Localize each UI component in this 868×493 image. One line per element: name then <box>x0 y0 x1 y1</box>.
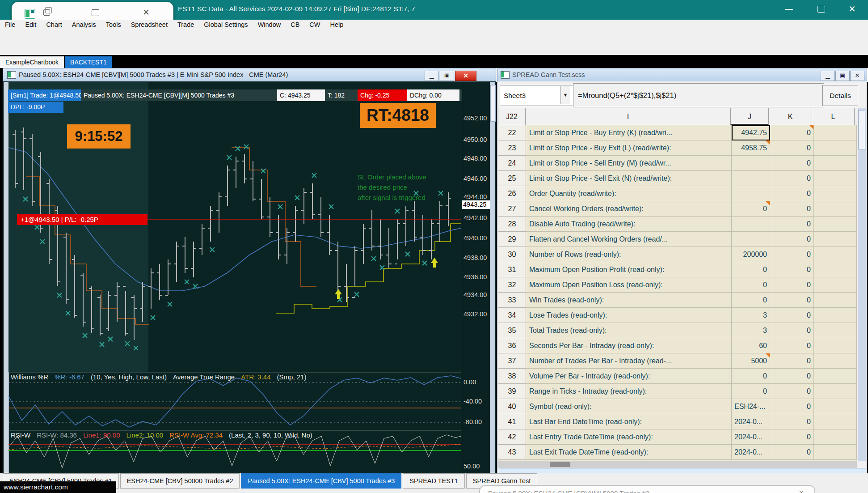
cell-i42[interactable]: Last Entry Trade DateTime (read-only): <box>526 429 732 445</box>
cell-k29[interactable]: 0 <box>770 232 814 247</box>
row-header-37[interactable]: 37 <box>498 353 526 369</box>
cell-k43[interactable]: 0 <box>770 445 814 460</box>
cell-k27[interactable]: 0 <box>770 201 814 217</box>
cell-l37[interactable] <box>814 353 857 369</box>
column-header-k[interactable]: K <box>768 108 812 125</box>
menu-item-cb[interactable]: CB <box>286 20 304 30</box>
chart-restore-icon[interactable]: ▣ <box>440 71 454 81</box>
chevron-down-icon[interactable]: ▼ <box>560 86 570 104</box>
cell-j25[interactable] <box>732 171 770 186</box>
cell-k40[interactable]: 0 <box>770 399 814 414</box>
overlay-maximize-icon[interactable] <box>92 9 99 16</box>
spreadsheet-restore-icon[interactable]: ▣ <box>835 71 850 81</box>
column-header-i[interactable]: I <box>525 108 731 125</box>
toast-close-icon[interactable]: ✕ <box>798 489 804 493</box>
cell-j40[interactable]: ESH24-... <box>732 399 770 414</box>
window-tab-1[interactable]: ESH24-CME [CBV] 50000 Trades #2 <box>120 473 240 489</box>
cell-k33[interactable]: 0 <box>770 293 814 308</box>
column-header-j[interactable]: J <box>730 108 769 125</box>
cell-k22[interactable]: 0 <box>770 125 814 140</box>
cell-k28[interactable]: 0 <box>770 217 814 232</box>
cell-i33[interactable]: Win Trades (read-only): <box>526 293 732 308</box>
column-header-l[interactable]: L <box>812 108 855 125</box>
cell-j38[interactable]: 0 <box>732 369 770 384</box>
row-header-40[interactable]: 40 <box>498 399 526 414</box>
cell-l30[interactable] <box>814 247 857 262</box>
cell-i34[interactable]: Lose Trades (read-only): <box>526 308 732 323</box>
row-header-31[interactable]: 31 <box>498 262 526 277</box>
cell-l29[interactable] <box>814 232 857 247</box>
cell-i41[interactable]: Last Bar End DateTime (read-only): <box>526 414 732 429</box>
cell-j30[interactable]: 200000 <box>732 247 770 262</box>
cell-l31[interactable] <box>814 262 857 277</box>
cell-l40[interactable] <box>814 399 857 414</box>
spreadsheet-vscrollbar[interactable] <box>858 108 866 461</box>
row-header-42[interactable]: 42 <box>498 429 526 445</box>
minimize-icon[interactable] <box>785 9 793 10</box>
window-tab-2[interactable]: Paused 5.00X: ESH24-CME [CBV] 5000 Trade… <box>241 473 401 489</box>
cell-l24[interactable] <box>814 156 857 171</box>
cell-k41[interactable]: 0 <box>770 414 814 429</box>
cell-k39[interactable]: 0 <box>770 384 814 399</box>
cell-l25[interactable] <box>814 171 857 186</box>
cell-k26[interactable]: 0 <box>770 186 814 201</box>
cell-l36[interactable] <box>814 338 857 353</box>
cell-j34[interactable]: 3 <box>732 308 770 323</box>
cell-k34[interactable]: 0 <box>770 308 814 323</box>
cell-l41[interactable] <box>814 414 857 429</box>
cell-l32[interactable] <box>814 277 857 293</box>
cell-l43[interactable] <box>814 445 857 460</box>
cell-l35[interactable] <box>814 323 857 338</box>
cell-i28[interactable]: Disable Auto Trading (read/write): <box>526 217 732 232</box>
row-header-22[interactable]: 22 <box>498 125 526 140</box>
cell-i38[interactable]: Volume Per Bar - Intraday (read-only): <box>526 369 732 384</box>
menu-item-spreadsheet[interactable]: Spreadsheet <box>126 20 173 30</box>
cell-k32[interactable]: 0 <box>770 277 814 293</box>
cell-l39[interactable] <box>814 384 857 399</box>
cell-i24[interactable]: Limit or Stop Price - Sell Entry (M) (re… <box>526 156 732 171</box>
cell-k30[interactable]: 0 <box>770 247 814 262</box>
chartbook-tab-examplechartbook[interactable]: ExampleChartbook <box>0 56 64 68</box>
close-icon[interactable]: ✕ <box>848 4 856 14</box>
cell-i39[interactable]: Range in Ticks - Intraday (read-only): <box>526 384 732 399</box>
cell-k23[interactable]: 0 <box>770 140 814 156</box>
spreadsheet-hscrollbar[interactable] <box>498 461 857 468</box>
cell-i25[interactable]: Limit or Stop Price - Sell Exit (N) (rea… <box>526 171 732 186</box>
cell-j28[interactable] <box>732 217 770 232</box>
formula-input[interactable]: =Mround(Q5+(2*$j$21),$j$21) <box>573 83 824 107</box>
cell-k36[interactable]: 0 <box>770 338 814 353</box>
cell-k35[interactable]: 0 <box>770 323 814 338</box>
row-header-27[interactable]: 27 <box>498 201 526 217</box>
cell-k31[interactable]: 0 <box>770 262 814 277</box>
window-tab-3[interactable]: SPREAD TEST1 <box>403 473 465 489</box>
cell-l42[interactable] <box>814 429 857 445</box>
cell-k37[interactable]: 0 <box>770 353 814 369</box>
cell-j33[interactable]: 0 <box>732 293 770 308</box>
details-button[interactable]: Details <box>822 85 858 106</box>
cell-k42[interactable]: 0 <box>770 429 814 445</box>
spreadsheet-close-icon[interactable]: ✕ <box>850 71 864 81</box>
row-header-33[interactable]: 33 <box>498 293 526 308</box>
restore-windows-icon[interactable] <box>43 9 50 16</box>
row-header-28[interactable]: 28 <box>498 217 526 232</box>
row-header-38[interactable]: 38 <box>498 369 526 384</box>
menu-item-file[interactable]: File <box>0 20 20 30</box>
cell-l34[interactable] <box>814 308 857 323</box>
cell-i30[interactable]: Number of Rows (read-only): <box>526 247 732 262</box>
menu-item-cw[interactable]: CW <box>304 20 325 30</box>
menu-item-trade[interactable]: Trade <box>173 20 199 30</box>
row-header-26[interactable]: 26 <box>498 186 526 201</box>
row-header-32[interactable]: 32 <box>498 277 526 293</box>
cell-l26[interactable] <box>814 186 857 201</box>
cell-j41[interactable]: 2024-0... <box>732 414 770 429</box>
cell-k25[interactable]: 0 <box>770 171 814 186</box>
chart-minimize-icon[interactable]: ▁ <box>425 71 439 81</box>
cell-k38[interactable]: 0 <box>770 369 814 384</box>
menu-item-edit[interactable]: Edit <box>20 20 41 30</box>
cell-j29[interactable] <box>732 232 770 247</box>
cell-j22[interactable]: 4942.75 <box>732 125 770 140</box>
cell-j23[interactable]: 4958.75 <box>732 140 770 156</box>
cell-j42[interactable]: 2024-0... <box>732 429 770 445</box>
cell-j43[interactable]: 2024-0... <box>732 445 770 460</box>
row-header-36[interactable]: 36 <box>498 338 526 353</box>
